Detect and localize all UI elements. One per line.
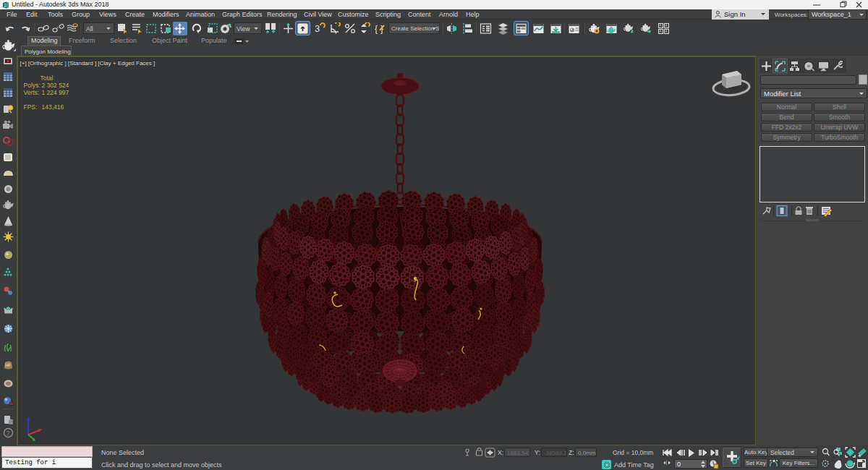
- svg-text:A: A: [665, 24, 668, 27]
- svg-text:3: 3: [4, 3, 7, 8]
- svg-text:A: A: [660, 30, 662, 33]
- svg-text:A: A: [665, 30, 668, 33]
- svg-text:3: 3: [315, 23, 320, 34]
- svg-text:HF: HF: [5, 363, 11, 367]
- svg-text:?: ?: [7, 430, 10, 437]
- svg-text:{: {: [375, 24, 378, 34]
- svg-text:A: A: [660, 24, 662, 27]
